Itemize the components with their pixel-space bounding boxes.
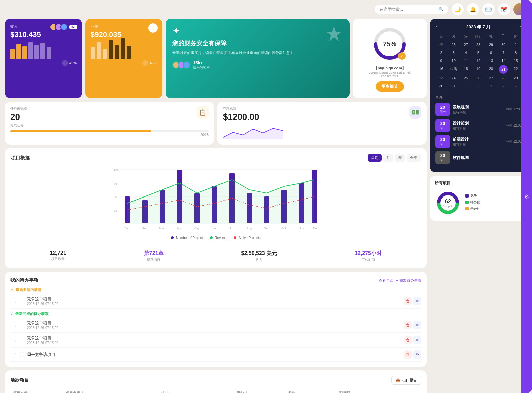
moon-icon-btn[interactable]: 🌙 [452,3,464,15]
ebar-3 [103,49,107,59]
revenue-chart [10,42,77,59]
cal-prev-btn[interactable]: ‹ [435,24,437,30]
cal-day-6[interactable]: 1 [510,41,522,48]
cal-day-34[interactable]: 29 [510,74,522,82]
expense-add-btn[interactable]: + [148,23,158,33]
expense-chart [91,42,157,59]
cal-day-29[interactable]: 24 [448,74,459,82]
main-content: 收入 $310.435 25+ ↑ [0,19,532,393]
legend-dot-revenue [210,236,213,239]
drag-handle: ⋮⋮ [10,299,17,303]
cal-day-1[interactable]: 26 [448,41,459,48]
cal-day-21[interactable]: 16 [435,65,447,74]
cal-day-33[interactable]: 28 [498,74,509,82]
cal-day-20[interactable]: 15 [510,57,522,64]
todo-view-all[interactable]: 查看全部 [379,278,393,283]
cal-day-12[interactable]: 7 [498,49,509,56]
cal-day-25[interactable]: 20 [485,65,497,74]
cal-day-30[interactable]: 25 [460,74,472,82]
bell-icon-btn[interactable]: 🔔 [467,3,479,15]
cal-day-19[interactable]: 14 [498,57,509,64]
filter-all[interactable]: 全部 [407,154,421,162]
cal-day-41[interactable]: 5 [510,82,522,90]
stat-projects: 12,721 项目数量 [50,250,66,262]
cal-day-15[interactable]: 10 [448,57,459,64]
cal-day-9[interactable]: 4 [460,49,472,56]
cal-day-5[interactable]: 30 [498,41,509,48]
savings-card: 存款总额 $1200.00 💵 [217,102,427,145]
sparkline-svg [223,126,283,139]
cal-day-22[interactable]: 17号 [448,65,459,74]
calendar-icon-btn[interactable]: 📅 [498,3,510,15]
cal-day-16[interactable]: 11 [460,57,472,64]
gear-btn[interactable]: ⚙ [521,0,532,393]
todo-add[interactable]: + 添加待办事项 [396,278,421,283]
todo-delete-3[interactable]: 🗑 [404,350,412,359]
cal-day-27[interactable]: 22 [510,65,522,74]
cal-day-10[interactable]: 5 [472,49,484,56]
todo-edit-1[interactable]: ✏ [413,321,421,329]
todo-edit-3[interactable]: ✏ [413,350,421,359]
cal-day-23[interactable]: 18 [460,65,472,74]
event-company-1: 威特科技 [453,126,503,131]
cal-day-26[interactable]: 21 [499,65,508,74]
cal-day-31[interactable]: 26 [472,74,484,82]
filter-week[interactable]: 星期 [368,154,382,162]
cal-day-4[interactable]: 29 [485,41,497,48]
todo-item-content-2: 竞争这个项目 2023-12-26 07:15:00 [27,335,401,345]
cal-day-17[interactable]: 12 [472,57,484,64]
cal-day-11[interactable]: 6 [485,49,497,56]
export-btn[interactable]: 📤 出口报告 [391,376,421,385]
event-time-2: 中午 12:05 [506,139,522,144]
todo-checkbox-1[interactable] [20,323,24,327]
cal-day-38[interactable]: 2 [472,82,484,90]
cal-day-14[interactable]: 9 [435,57,447,64]
cal-day-32[interactable]: 27 [485,74,497,82]
todo-delete-2[interactable]: 🗑 [404,336,412,344]
svg-text:Feb: Feb [142,227,148,230]
cal-day-3[interactable]: 28 [472,41,484,48]
cal-day-40[interactable]: 4 [498,82,509,90]
cal-day-37[interactable]: 1 [460,82,472,90]
chart-stats: 12,721 项目数量 第721章 活跃项目 $2,50,523 美元 收入 1… [11,245,421,262]
cal-day-39[interactable]: 3 [485,82,497,90]
todo-edit-2[interactable]: ✏ [413,336,421,344]
ebar-2 [97,42,101,59]
donut-more-btn[interactable]: 更多细节 [376,81,404,92]
event-info-0: 发展规划 威特科技 [453,104,503,115]
todo-checkbox-3[interactable] [20,352,24,357]
filter-month[interactable]: 月 [383,154,393,162]
finance-card: ✦ 您的财务安全有保障 长期以来的事实是，读者在查看页面布局时会被页面的可读内容… [166,19,350,98]
todo-delete-1[interactable]: 🗑 [404,321,412,329]
cal-day-2[interactable]: 27 [460,41,472,48]
cal-day-7[interactable]: 2 [435,49,447,56]
cal-day-0[interactable]: 25 [435,41,447,48]
cal-day-18[interactable]: 13 [485,57,497,64]
sparkline [223,126,421,140]
cal-day-36[interactable]: 31 [448,82,459,90]
revenue-badge: 25+ [69,25,77,29]
todo-actions-0: 🗑 ✏ [404,297,421,305]
event-3: 20 周一 软件规划 [435,151,522,164]
event-name-1: 设计策划 [453,121,503,126]
todo-checkbox-2[interactable] [20,338,24,342]
all-projects-card: 所有项目 62 Compete 竞争 [430,176,527,221]
search-box[interactable]: 🔍 [375,5,448,14]
check-icon: ✓ [10,312,13,316]
todo-text-3: 周一竞争该项目 [27,352,401,358]
mail-icon-btn[interactable]: ✉️ [482,3,495,15]
project-overview-card: 项目概览 星期 月 年 全部 100 75 50 25 0 [5,148,427,268]
search-input[interactable] [379,7,436,12]
todo-checkbox-0[interactable] [20,299,24,303]
cal-day-28[interactable]: 23 [435,74,447,82]
todo-delete-0[interactable]: 🗑 [404,297,412,305]
cal-day-24[interactable]: 19 [472,65,484,74]
cal-day-13[interactable]: 8 [510,49,522,56]
active-projects-title: 活跃项目 [10,377,29,383]
svg-text:0: 0 [114,222,115,226]
cal-day-8[interactable]: 3 [448,49,459,56]
cal-day-35[interactable]: 30 [435,82,447,90]
filter-year[interactable]: 年 [395,154,405,162]
todo-edit-0[interactable]: ✏ [413,297,421,305]
stat-active: 第721章 活跃项目 [144,250,164,262]
